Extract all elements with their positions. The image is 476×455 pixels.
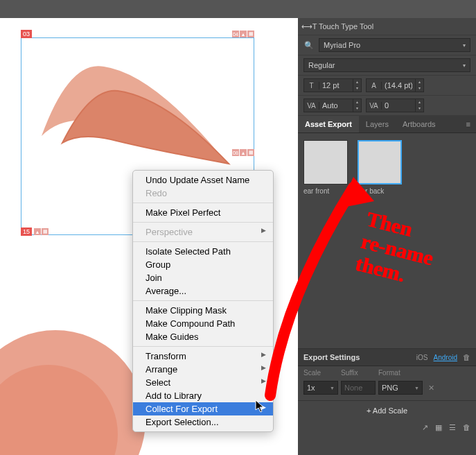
- menu-clipping-mask[interactable]: Make Clipping Mask: [133, 304, 273, 317]
- asset-item[interactable]: ear back: [358, 140, 402, 341]
- tracking-field[interactable]: [382, 101, 415, 110]
- menu-arrange[interactable]: Arrange: [133, 363, 273, 376]
- suffix-value: None: [344, 384, 362, 392]
- menu-export-selection[interactable]: Export Selection...: [133, 415, 273, 429]
- step-up-icon[interactable]: ▴: [415, 99, 423, 105]
- step-down-icon[interactable]: ▾: [415, 105, 423, 112]
- export-settings-section: Export Settings iOS Android 🗑 Scale Suff…: [298, 348, 476, 435]
- chevron-down-icon: ▼: [414, 386, 419, 390]
- tracking-input[interactable]: VA ▴▾: [366, 98, 424, 112]
- menu-compound-path[interactable]: Make Compound Path: [133, 317, 273, 330]
- kern-track-row: VA ▴▾ VA ▴▾: [298, 96, 476, 116]
- touch-type-icon: ⟷T: [303, 21, 315, 32]
- grid-view-icon[interactable]: ▦: [435, 423, 442, 432]
- artboard-top-icons: 04 ▲ ▦: [232, 31, 254, 37]
- font-size-icon: T: [304, 82, 319, 89]
- export-scale-row: 1x▼ None PNG▼ ✕: [298, 379, 476, 401]
- properties-panel: ⟷T Touch Type Tool 🔍 Myriad Pro ▾ Regula…: [298, 0, 476, 455]
- font-size-input[interactable]: T ▴▾: [303, 78, 362, 92]
- menu-make-guides[interactable]: Make Guides: [133, 330, 273, 343]
- chevron-down-icon: ▼: [330, 386, 335, 390]
- menu-group[interactable]: Group: [133, 258, 273, 271]
- asset-label[interactable]: ear back: [358, 187, 402, 195]
- menu-join[interactable]: Join: [133, 271, 273, 284]
- step-down-icon[interactable]: ▾: [353, 105, 361, 112]
- step-down-icon[interactable]: ▾: [415, 85, 423, 92]
- tab-asset-export[interactable]: Asset Export: [298, 116, 359, 132]
- col-scale-label: Scale: [303, 369, 338, 377]
- format-dropdown[interactable]: PNG▼: [378, 381, 423, 395]
- font-row: 🔍 Myriad Pro ▾: [298, 35, 476, 55]
- menu-select[interactable]: Select: [133, 376, 273, 389]
- font-family-value: Myriad Pro: [324, 41, 360, 49]
- asset-thumbnail[interactable]: [303, 140, 348, 184]
- tab-artboards[interactable]: Artboards: [396, 116, 443, 132]
- step-up-icon[interactable]: ▴: [353, 79, 361, 85]
- remove-row-icon[interactable]: ✕: [428, 384, 434, 393]
- artboard-number-label: 15: [21, 228, 32, 236]
- font-style-row: Regular ▾: [298, 55, 476, 76]
- menu-separator: [133, 222, 273, 223]
- export-icon[interactable]: ↗: [422, 423, 428, 432]
- artboard-grid-icon: ▦: [42, 228, 49, 235]
- asset-thumbnail[interactable]: [358, 140, 402, 184]
- kerning-input[interactable]: VA ▴▾: [303, 98, 362, 112]
- scale-dropdown[interactable]: 1x▼: [303, 381, 338, 395]
- menu-perspective: Perspective: [133, 225, 273, 239]
- android-preset-button[interactable]: Android: [434, 354, 457, 361]
- step-down-icon[interactable]: ▾: [353, 85, 361, 92]
- trash-icon[interactable]: 🗑: [463, 423, 470, 432]
- trash-icon[interactable]: 🗑: [463, 353, 470, 361]
- panel-tabs: Asset Export Layers Artboards ≡: [298, 116, 476, 133]
- artboard-image-icon: ▲: [240, 31, 247, 37]
- artboard-grid-icon: ▦: [247, 31, 254, 37]
- search-icon[interactable]: 🔍: [303, 40, 315, 51]
- list-view-icon[interactable]: ☰: [449, 423, 456, 432]
- export-settings-header: Export Settings iOS Android 🗑: [298, 349, 476, 366]
- add-scale-button[interactable]: + Add Scale: [298, 401, 476, 420]
- menu-transform[interactable]: Transform: [133, 350, 273, 363]
- menu-collect-export[interactable]: Collect For Export: [133, 402, 273, 415]
- asset-item[interactable]: ear front: [303, 140, 348, 341]
- vector-ear-shape[interactable]: [28, 53, 236, 171]
- menu-separator: [133, 346, 273, 347]
- font-family-dropdown[interactable]: Myriad Pro ▾: [319, 38, 470, 52]
- asset-label[interactable]: ear front: [303, 187, 348, 195]
- panel-topstrip: [298, 0, 476, 18]
- leading-field[interactable]: [382, 81, 415, 89]
- artboard-grid-icon: ▦: [247, 149, 254, 156]
- ios-preset-button[interactable]: iOS: [416, 354, 428, 361]
- export-settings-title: Export Settings: [303, 353, 360, 361]
- leading-icon: A: [367, 82, 382, 89]
- touch-type-row: ⟷T Touch Type Tool: [298, 18, 476, 35]
- tab-layers[interactable]: Layers: [359, 116, 396, 132]
- menu-redo: Redo: [133, 187, 273, 200]
- context-menu: Undo Update Asset Name Redo Make Pixel P…: [132, 170, 274, 432]
- size-leading-row: T ▴▾ A ▴▾: [298, 76, 476, 96]
- chevron-down-icon: ▾: [463, 42, 466, 49]
- step-up-icon[interactable]: ▴: [353, 99, 361, 105]
- menu-undo[interactable]: Undo Update Asset Name: [133, 173, 273, 187]
- tracking-icon: VA: [367, 102, 382, 110]
- menu-isolate[interactable]: Isolate Selected Path: [133, 245, 273, 258]
- leading-input[interactable]: A ▴▾: [366, 78, 424, 92]
- scale-value: 1x: [307, 384, 315, 392]
- col-format-label: Format: [378, 369, 470, 377]
- artboard-num-icon: 04: [232, 31, 239, 37]
- suffix-input[interactable]: None: [341, 381, 376, 395]
- menu-average[interactable]: Average...: [133, 284, 273, 298]
- panel-menu-icon[interactable]: ≡: [461, 120, 476, 128]
- font-size-field[interactable]: [319, 81, 353, 89]
- font-style-dropdown[interactable]: Regular ▾: [303, 58, 470, 72]
- step-up-icon[interactable]: ▴: [415, 79, 423, 85]
- kerning-field[interactable]: [319, 101, 353, 110]
- font-style-value: Regular: [308, 61, 335, 69]
- panel-footer-icons: ↗ ▦ ☰ 🗑: [298, 420, 476, 435]
- menu-add-library[interactable]: Add to Library: [133, 389, 273, 402]
- chevron-down-icon: ▾: [463, 62, 466, 69]
- export-column-headers: Scale Suffix Format: [298, 366, 476, 379]
- asset-grid[interactable]: ear front ear back: [298, 133, 476, 348]
- menu-pixel-perfect[interactable]: Make Pixel Perfect: [133, 206, 273, 219]
- artboard-bot-icons: ▲ ▦: [34, 228, 49, 235]
- menu-separator: [133, 203, 273, 203]
